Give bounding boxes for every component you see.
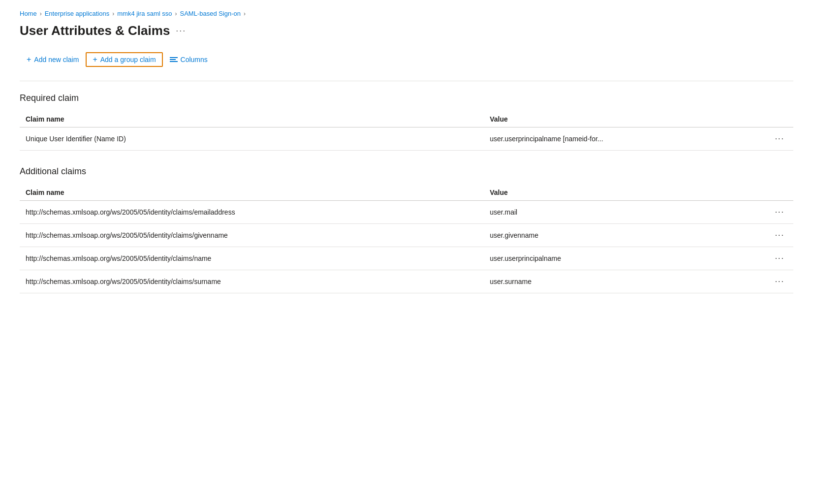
required-col-actions	[754, 111, 793, 127]
additional-claim-menu-btn-1[interactable]: ···	[772, 230, 787, 241]
add-group-claim-label: Add a group claim	[100, 56, 156, 63]
columns-label: Columns	[181, 56, 208, 63]
additional-claim-row: http://schemas.xmlsoap.org/ws/2005/05/id…	[20, 247, 793, 270]
additional-claim-row: http://schemas.xmlsoap.org/ws/2005/05/id…	[20, 224, 793, 247]
toolbar: + Add new claim + Add a group claim Colu…	[20, 52, 793, 69]
page-header: User Attributes & Claims ···	[20, 23, 793, 38]
required-col-claim-name: Claim name	[20, 111, 484, 127]
additional-claim-menu-btn-2[interactable]: ···	[772, 253, 787, 264]
columns-button[interactable]: Columns	[163, 53, 215, 66]
additional-claim-value-2: user.userprincipalname	[484, 247, 754, 270]
breadcrumb-sep-4: ›	[244, 10, 246, 17]
breadcrumb-saml-signin[interactable]: SAML-based Sign-on	[180, 10, 241, 17]
required-claim-row: Unique User Identifier (Name ID) user.us…	[20, 127, 793, 151]
breadcrumb-sep-3: ›	[175, 10, 177, 17]
required-claims-table: Claim name Value Unique User Identifier …	[20, 111, 793, 151]
additional-claims-section: Additional claims Claim name Value http:…	[20, 166, 793, 293]
additional-claim-menu-btn-3[interactable]: ···	[772, 276, 787, 287]
columns-icon	[170, 57, 178, 62]
additional-claim-actions-1: ···	[754, 224, 793, 247]
breadcrumb-home[interactable]: Home	[20, 10, 37, 17]
breadcrumb-mmk4[interactable]: mmk4 jira saml sso	[117, 10, 172, 17]
additional-claim-value-3: user.surname	[484, 270, 754, 293]
additional-claim-value-1: user.givenname	[484, 224, 754, 247]
page-title: User Attributes & Claims	[20, 23, 170, 38]
required-col-value: Value	[484, 111, 754, 127]
add-group-claim-button[interactable]: + Add a group claim	[86, 52, 162, 67]
breadcrumb-sep-2: ›	[112, 10, 114, 17]
required-claim-menu-btn-0[interactable]: ···	[772, 133, 787, 144]
additional-claim-name-0: http://schemas.xmlsoap.org/ws/2005/05/id…	[20, 201, 484, 224]
required-claims-title: Required claim	[20, 93, 793, 103]
toolbar-divider	[20, 81, 793, 81]
additional-claim-menu-btn-0[interactable]: ···	[772, 207, 787, 218]
additional-claim-name-3: http://schemas.xmlsoap.org/ws/2005/05/id…	[20, 270, 484, 293]
page-menu-icon[interactable]: ···	[176, 26, 186, 36]
breadcrumb-sep-1: ›	[40, 10, 42, 17]
add-new-claim-icon: +	[27, 55, 31, 64]
additional-claim-name-1: http://schemas.xmlsoap.org/ws/2005/05/id…	[20, 224, 484, 247]
additional-claim-row: http://schemas.xmlsoap.org/ws/2005/05/id…	[20, 270, 793, 293]
add-group-claim-icon: +	[93, 55, 97, 64]
additional-claim-row: http://schemas.xmlsoap.org/ws/2005/05/id…	[20, 201, 793, 224]
additional-claims-table: Claim name Value http://schemas.xmlsoap.…	[20, 185, 793, 293]
add-new-claim-label: Add new claim	[34, 56, 79, 63]
additional-claim-actions-2: ···	[754, 247, 793, 270]
breadcrumb: Home › Enterprise applications › mmk4 ji…	[20, 10, 793, 17]
additional-col-value: Value	[484, 185, 754, 201]
additional-claims-title: Additional claims	[20, 166, 793, 177]
additional-col-actions	[754, 185, 793, 201]
required-claim-actions-0: ···	[754, 127, 793, 151]
add-new-claim-button[interactable]: + Add new claim	[20, 52, 86, 67]
additional-claim-actions-0: ···	[754, 201, 793, 224]
breadcrumb-enterprise-applications[interactable]: Enterprise applications	[45, 10, 110, 17]
required-claim-value-0: user.userprincipalname [nameid-for...	[484, 127, 754, 151]
additional-col-claim-name: Claim name	[20, 185, 484, 201]
additional-claim-value-0: user.mail	[484, 201, 754, 224]
required-claims-section: Required claim Claim name Value Unique U…	[20, 93, 793, 151]
additional-claim-name-2: http://schemas.xmlsoap.org/ws/2005/05/id…	[20, 247, 484, 270]
additional-claim-actions-3: ···	[754, 270, 793, 293]
required-claim-name-0: Unique User Identifier (Name ID)	[20, 127, 484, 151]
